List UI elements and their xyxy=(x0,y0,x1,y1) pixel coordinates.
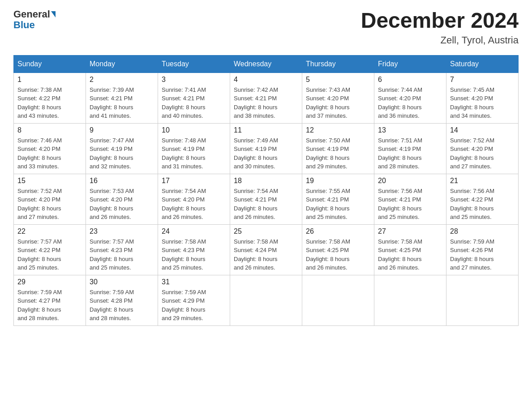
day-info: Sunrise: 7:57 AM Sunset: 4:22 PM Dayligh… xyxy=(17,238,62,271)
day-number: 11 xyxy=(234,126,298,134)
day-info: Sunrise: 7:51 AM Sunset: 4:19 PM Dayligh… xyxy=(378,137,422,170)
day-info: Sunrise: 7:42 AM Sunset: 4:21 PM Dayligh… xyxy=(234,86,278,120)
col-saturday: Saturday xyxy=(446,55,519,73)
table-row xyxy=(446,275,519,325)
day-number: 4 xyxy=(234,76,298,84)
col-friday: Friday xyxy=(374,55,446,73)
day-number: 19 xyxy=(306,177,370,185)
day-number: 3 xyxy=(162,76,226,84)
day-number: 27 xyxy=(378,227,442,235)
day-number: 10 xyxy=(162,126,226,134)
table-row: 9 Sunrise: 7:47 AM Sunset: 4:19 PM Dayli… xyxy=(86,123,158,174)
day-number: 23 xyxy=(90,227,154,235)
table-row: 22 Sunrise: 7:57 AM Sunset: 4:22 PM Dayl… xyxy=(14,224,86,275)
day-number: 28 xyxy=(450,227,515,235)
table-row xyxy=(374,275,446,325)
day-info: Sunrise: 7:56 AM Sunset: 4:21 PM Dayligh… xyxy=(378,188,422,221)
logo-general-text: General xyxy=(13,9,50,20)
logo-blue-text: Blue xyxy=(13,20,35,30)
col-wednesday: Wednesday xyxy=(230,55,302,73)
day-info: Sunrise: 7:49 AM Sunset: 4:19 PM Dayligh… xyxy=(234,137,278,170)
day-number: 22 xyxy=(17,227,82,235)
day-number: 25 xyxy=(234,227,298,235)
table-row: 13 Sunrise: 7:51 AM Sunset: 4:19 PM Dayl… xyxy=(374,123,446,174)
calendar-table: Sunday Monday Tuesday Wednesday Thursday… xyxy=(13,55,519,326)
table-row: 4 Sunrise: 7:42 AM Sunset: 4:21 PM Dayli… xyxy=(230,73,302,123)
col-tuesday: Tuesday xyxy=(158,55,230,73)
day-number: 29 xyxy=(17,278,82,286)
table-row: 18 Sunrise: 7:54 AM Sunset: 4:21 PM Dayl… xyxy=(230,174,302,224)
table-row: 16 Sunrise: 7:53 AM Sunset: 4:20 PM Dayl… xyxy=(86,174,158,224)
table-row: 3 Sunrise: 7:41 AM Sunset: 4:21 PM Dayli… xyxy=(158,73,230,123)
day-info: Sunrise: 7:52 AM Sunset: 4:20 PM Dayligh… xyxy=(17,188,62,221)
table-row: 1 Sunrise: 7:38 AM Sunset: 4:22 PM Dayli… xyxy=(14,73,86,123)
day-info: Sunrise: 7:59 AM Sunset: 4:28 PM Dayligh… xyxy=(90,289,134,322)
table-row: 23 Sunrise: 7:57 AM Sunset: 4:23 PM Dayl… xyxy=(86,224,158,275)
table-row: 5 Sunrise: 7:43 AM Sunset: 4:20 PM Dayli… xyxy=(302,73,374,123)
col-monday: Monday xyxy=(86,55,158,73)
table-row: 29 Sunrise: 7:59 AM Sunset: 4:27 PM Dayl… xyxy=(14,275,86,325)
table-row: 31 Sunrise: 7:59 AM Sunset: 4:29 PM Dayl… xyxy=(158,275,230,325)
table-row: 8 Sunrise: 7:46 AM Sunset: 4:20 PM Dayli… xyxy=(14,123,86,174)
table-row xyxy=(302,275,374,325)
day-number: 13 xyxy=(378,126,442,134)
day-info: Sunrise: 7:39 AM Sunset: 4:21 PM Dayligh… xyxy=(90,86,134,120)
day-number: 14 xyxy=(450,126,515,134)
calendar-header-row: Sunday Monday Tuesday Wednesday Thursday… xyxy=(14,55,519,73)
table-row: 17 Sunrise: 7:54 AM Sunset: 4:20 PM Dayl… xyxy=(158,174,230,224)
day-number: 9 xyxy=(90,126,154,134)
calendar-week-row: 22 Sunrise: 7:57 AM Sunset: 4:22 PM Dayl… xyxy=(14,224,519,275)
day-number: 24 xyxy=(162,227,226,235)
day-number: 15 xyxy=(17,177,82,185)
day-number: 17 xyxy=(162,177,226,185)
table-row: 12 Sunrise: 7:50 AM Sunset: 4:19 PM Dayl… xyxy=(302,123,374,174)
day-info: Sunrise: 7:46 AM Sunset: 4:20 PM Dayligh… xyxy=(17,137,62,170)
day-number: 6 xyxy=(378,76,442,84)
table-row: 2 Sunrise: 7:39 AM Sunset: 4:21 PM Dayli… xyxy=(86,73,158,123)
table-row: 15 Sunrise: 7:52 AM Sunset: 4:20 PM Dayl… xyxy=(14,174,86,224)
calendar-subtitle: Zell, Tyrol, Austria xyxy=(361,34,519,46)
day-number: 30 xyxy=(90,278,154,286)
day-info: Sunrise: 7:55 AM Sunset: 4:21 PM Dayligh… xyxy=(306,188,350,221)
logo: General Blue xyxy=(13,9,56,30)
day-info: Sunrise: 7:50 AM Sunset: 4:19 PM Dayligh… xyxy=(306,137,350,170)
day-number: 1 xyxy=(17,76,82,84)
day-number: 18 xyxy=(234,177,298,185)
day-number: 16 xyxy=(90,177,154,185)
table-row: 20 Sunrise: 7:56 AM Sunset: 4:21 PM Dayl… xyxy=(374,174,446,224)
table-row: 10 Sunrise: 7:48 AM Sunset: 4:19 PM Dayl… xyxy=(158,123,230,174)
table-row: 27 Sunrise: 7:58 AM Sunset: 4:25 PM Dayl… xyxy=(374,224,446,275)
day-info: Sunrise: 7:44 AM Sunset: 4:20 PM Dayligh… xyxy=(378,86,422,120)
day-number: 21 xyxy=(450,177,515,185)
day-number: 26 xyxy=(306,227,370,235)
logo-triangle-icon xyxy=(51,11,56,17)
day-info: Sunrise: 7:54 AM Sunset: 4:21 PM Dayligh… xyxy=(234,188,278,221)
day-number: 31 xyxy=(162,278,226,286)
day-info: Sunrise: 7:41 AM Sunset: 4:21 PM Dayligh… xyxy=(162,86,206,120)
day-info: Sunrise: 7:48 AM Sunset: 4:19 PM Dayligh… xyxy=(162,137,206,170)
day-info: Sunrise: 7:57 AM Sunset: 4:23 PM Dayligh… xyxy=(90,238,134,271)
table-row: 14 Sunrise: 7:52 AM Sunset: 4:20 PM Dayl… xyxy=(446,123,519,174)
calendar-week-row: 29 Sunrise: 7:59 AM Sunset: 4:27 PM Dayl… xyxy=(14,275,519,325)
day-number: 7 xyxy=(450,76,515,84)
day-info: Sunrise: 7:53 AM Sunset: 4:20 PM Dayligh… xyxy=(90,188,134,221)
day-number: 12 xyxy=(306,126,370,134)
day-number: 20 xyxy=(378,177,442,185)
table-row xyxy=(230,275,302,325)
table-row: 11 Sunrise: 7:49 AM Sunset: 4:19 PM Dayl… xyxy=(230,123,302,174)
calendar-week-row: 15 Sunrise: 7:52 AM Sunset: 4:20 PM Dayl… xyxy=(14,174,519,224)
table-row: 24 Sunrise: 7:58 AM Sunset: 4:23 PM Dayl… xyxy=(158,224,230,275)
day-info: Sunrise: 7:52 AM Sunset: 4:20 PM Dayligh… xyxy=(450,137,494,170)
table-row: 6 Sunrise: 7:44 AM Sunset: 4:20 PM Dayli… xyxy=(374,73,446,123)
day-info: Sunrise: 7:59 AM Sunset: 4:29 PM Dayligh… xyxy=(162,289,206,322)
day-info: Sunrise: 7:54 AM Sunset: 4:20 PM Dayligh… xyxy=(162,188,206,221)
day-info: Sunrise: 7:58 AM Sunset: 4:24 PM Dayligh… xyxy=(234,238,278,271)
day-info: Sunrise: 7:38 AM Sunset: 4:22 PM Dayligh… xyxy=(17,86,62,120)
table-row: 30 Sunrise: 7:59 AM Sunset: 4:28 PM Dayl… xyxy=(86,275,158,325)
col-thursday: Thursday xyxy=(302,55,374,73)
day-info: Sunrise: 7:58 AM Sunset: 4:25 PM Dayligh… xyxy=(378,238,422,271)
table-row: 28 Sunrise: 7:59 AM Sunset: 4:26 PM Dayl… xyxy=(446,224,519,275)
day-info: Sunrise: 7:59 AM Sunset: 4:27 PM Dayligh… xyxy=(17,289,62,322)
page-header: General Blue December 2024 Zell, Tyrol, … xyxy=(13,9,519,46)
calendar-week-row: 1 Sunrise: 7:38 AM Sunset: 4:22 PM Dayli… xyxy=(14,73,519,123)
